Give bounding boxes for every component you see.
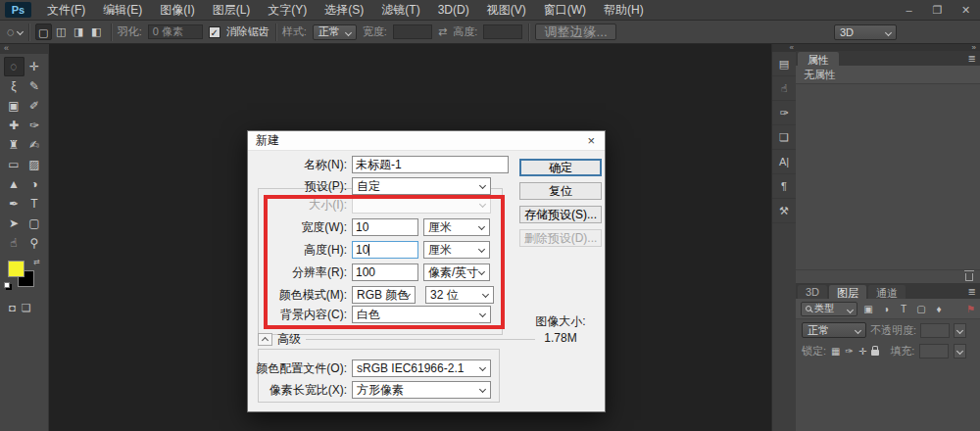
workspace-select[interactable]: 3D [834,24,897,40]
preset-select[interactable]: 自定 [352,177,491,195]
lock-transparent-pixels-icon[interactable]: ▦ [831,346,840,357]
trash-icon[interactable] [965,273,973,281]
style-select[interactable]: 正常 [313,24,357,40]
tool-shape[interactable]: ▢ [24,214,45,233]
tab-3d[interactable]: 3D [798,285,827,299]
opacity-input[interactable] [920,323,950,338]
menu-window[interactable]: 窗口(W) [535,0,595,21]
subtract-from-selection-button[interactable]: ◨ [71,24,87,40]
ok-button[interactable]: 确定 [519,159,602,176]
pixel-aspect-select[interactable]: 方形像素 [352,381,491,399]
name-input[interactable] [352,156,509,173]
tool-dodge[interactable]: ◑ [24,174,45,194]
lock-image-pixels-icon[interactable]: ✑ [846,346,854,357]
panel-menu-icon[interactable]: ≣ [964,285,980,299]
rail-collapse[interactable]: « [772,44,796,52]
menu-file[interactable]: 文件(F) [38,0,94,21]
menu-view[interactable]: 视图(V) [478,0,535,21]
paragraph-panel-icon[interactable]: ¶ [772,174,796,199]
menu-filter[interactable]: 滤镜(T) [372,0,428,21]
tool-lasso[interactable]: ξ [4,76,24,96]
quick-mask-button[interactable]: ◘ [9,302,16,314]
clone-source-panel-icon[interactable]: ❏ [772,125,796,150]
window-restore-button[interactable]: ❐ [923,0,952,20]
filter-shape-icon[interactable]: ▢ [913,302,929,316]
menu-layer[interactable]: 图层(L) [204,0,260,21]
fill-dropdown[interactable] [954,344,966,359]
tool-presets-panel-icon[interactable]: ⚒ [772,199,796,223]
color-profile-select[interactable]: sRGB IEC61966-2.1 [352,359,491,377]
tool-eraser[interactable]: ▭ [4,155,24,174]
tool-type-tool[interactable]: T [24,194,45,214]
tool-hand[interactable]: ☝ [4,233,24,253]
intersect-selection-button[interactable]: ◧ [88,24,105,40]
filter-type-icon[interactable]: T [896,302,911,316]
dialog-title-bar[interactable]: 新建 × [248,131,605,151]
close-icon[interactable]: × [585,134,597,147]
window-close-button[interactable]: ✕ [952,0,980,20]
blend-mode-select[interactable]: 正常 [802,322,866,338]
tool-history-brush[interactable]: ✍ [24,135,45,155]
antialias-checkbox[interactable]: ✓ [209,26,220,38]
color-mode-select[interactable]: RGB 颜色 [352,286,416,304]
character-panel-icon[interactable]: A| [772,150,796,174]
3d-panel-icon[interactable]: ☝ [772,76,796,101]
resolution-unit-select[interactable]: 像素/英寸 [423,263,490,281]
dock-collapse[interactable]: » [796,44,980,51]
filter-pixel-icon[interactable]: ▣ [860,302,876,316]
tool-crop[interactable]: ▣ [4,96,24,116]
tool-quick-selection[interactable]: ✎ [24,76,45,96]
menu-type[interactable]: 文字(Y) [259,0,316,21]
save-preset-button[interactable]: 存储预设(S)... [519,206,602,223]
fill-input[interactable] [919,344,949,359]
add-to-selection-button[interactable]: ◫ [53,24,70,40]
menu-image[interactable]: 图像(I) [151,0,203,21]
screen-mode-button[interactable]: ❏ [22,302,31,314]
tool-healing-brush[interactable]: ✚ [4,116,24,135]
window-minimize-button[interactable]: – [895,0,923,20]
panel-menu-icon[interactable]: ≣ [964,52,980,66]
tool-pen[interactable]: ✒ [4,194,24,214]
menu-select[interactable]: 选择(S) [316,0,372,21]
tool-sharpen[interactable]: ▲ [4,174,24,194]
foreground-color-swatch[interactable] [8,261,24,277]
tab-layers[interactable]: 图层 [829,285,866,299]
height-input[interactable]: 10 [352,241,418,259]
width-input[interactable] [352,218,418,236]
tool-preset-picker[interactable]: ◌ [7,24,23,39]
swap-colors-icon[interactable]: ⇄ [33,258,40,266]
filter-toggle-icon[interactable]: ⚑ [966,304,975,314]
refine-edge-button[interactable]: 调整边缘... [535,24,615,40]
opacity-dropdown[interactable] [954,323,966,338]
collapse-advanced-button[interactable] [258,333,272,346]
bit-depth-select[interactable]: 32 位 [425,286,494,304]
tab-properties[interactable]: 属性 [798,52,839,66]
lock-position-icon[interactable]: ✛ [858,346,866,357]
filter-smart-object-icon[interactable]: ♦ [931,302,947,316]
background-select[interactable]: 白色 [352,306,491,323]
tool-path-selection[interactable]: ➤ [4,214,24,233]
tab-channels[interactable]: 通道 [868,285,906,299]
tool-move[interactable]: ✛ [24,57,45,76]
tool-ellipse-marquee[interactable]: ◌ [4,57,24,76]
feather-input[interactable]: 0 像素 [148,24,203,39]
resolution-input[interactable] [352,263,418,281]
reset-button[interactable]: 复位 [519,182,602,200]
height-input[interactable] [483,24,522,39]
histogram-panel-icon[interactable]: ▤ [772,52,796,76]
lock-all-icon[interactable] [871,350,879,356]
new-selection-button[interactable]: ▢ [35,24,52,40]
tool-zoom[interactable]: ⚲ [24,233,45,253]
width-input[interactable] [393,24,432,39]
tool-brush[interactable]: ✑ [24,116,45,135]
width-unit-select[interactable]: 厘米 [423,218,490,236]
brush-panel-icon[interactable]: ✑ [772,101,796,125]
tool-palette-collapse[interactable]: « [0,44,48,54]
layer-filter-select[interactable]: 类型 [801,302,858,316]
filter-adjustment-icon[interactable]: ◑ [878,302,894,316]
menu-3d[interactable]: 3D(D) [429,0,478,21]
height-unit-select[interactable]: 厘米 [423,241,490,259]
tool-gradient[interactable]: ▨ [24,155,45,174]
tool-eyedropper[interactable]: ✐ [24,96,45,116]
tool-clone-stamp[interactable]: ♜ [4,135,24,155]
